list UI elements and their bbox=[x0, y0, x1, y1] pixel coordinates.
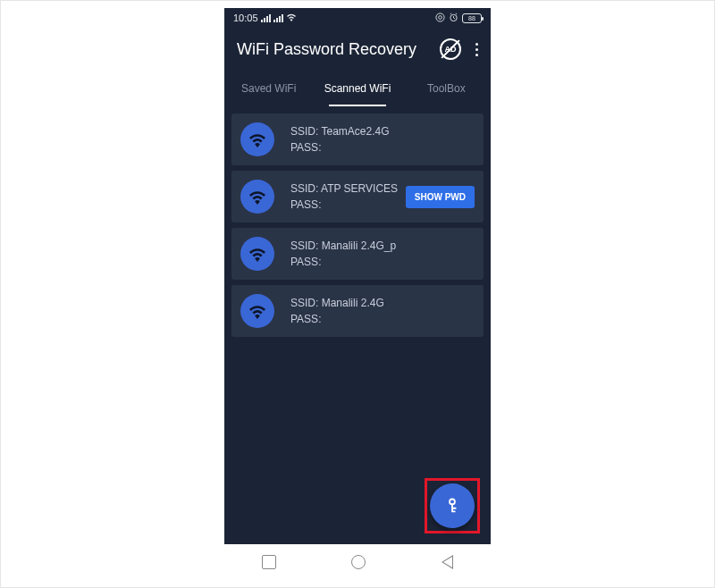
network-info: SSID: ATP SERVICESPASS: bbox=[290, 181, 406, 213]
tab-label: Saved WiFi bbox=[241, 82, 296, 95]
nav-back-button[interactable] bbox=[442, 555, 453, 569]
tab-toolbox[interactable]: ToolBox bbox=[402, 71, 491, 106]
dnd-icon bbox=[435, 13, 445, 24]
ssid-value: ATP SERVICES bbox=[321, 182, 398, 195]
key-fab-button[interactable] bbox=[430, 483, 475, 528]
battery-icon: 88 bbox=[462, 13, 482, 23]
status-bar: 10:05 88 bbox=[224, 8, 491, 28]
ssid-label: SSID: bbox=[290, 239, 322, 252]
key-icon bbox=[442, 496, 462, 516]
app-header: WiFi Password Recovery AD bbox=[224, 28, 491, 71]
network-card[interactable]: SSID: Manalili 2.4G_pPASS: bbox=[231, 228, 484, 280]
network-info: SSID: TeamAce2.4GPASS: bbox=[290, 123, 475, 155]
status-time: 10:05 bbox=[233, 13, 258, 23]
signal-icon-1 bbox=[261, 14, 271, 22]
battery-level: 88 bbox=[468, 15, 475, 21]
wifi-circle-icon bbox=[240, 122, 274, 156]
network-info: SSID: Manalili 2.4GPASS: bbox=[290, 295, 475, 327]
status-right: 88 bbox=[435, 13, 482, 24]
ad-label: AD bbox=[445, 45, 457, 54]
show-password-button[interactable]: SHOW PWD bbox=[406, 186, 475, 208]
network-card[interactable]: SSID: ATP SERVICESPASS:SHOW PWD bbox=[231, 171, 484, 223]
svg-point-0 bbox=[436, 13, 444, 21]
nav-home-button[interactable] bbox=[351, 555, 366, 569]
phone-frame: 10:05 88 WiFi Password Recovery AD Saved… bbox=[224, 8, 491, 580]
tab-scanned-wifi[interactable]: Scanned WiFi bbox=[313, 71, 401, 106]
tab-label: ToolBox bbox=[427, 82, 466, 95]
wifi-circle-icon bbox=[240, 237, 274, 271]
ssid-label: SSID: bbox=[290, 125, 321, 138]
network-card[interactable]: SSID: Manalili 2.4GPASS: bbox=[231, 285, 484, 337]
pass-label: PASS: bbox=[290, 198, 321, 211]
alarm-icon bbox=[449, 13, 458, 24]
fab-highlight bbox=[425, 478, 480, 533]
overflow-menu-icon[interactable] bbox=[474, 39, 480, 60]
tab-bar: Saved WiFi Scanned WiFi ToolBox bbox=[224, 71, 491, 106]
pass-label: PASS: bbox=[290, 141, 321, 154]
wifi-icon bbox=[248, 303, 267, 319]
system-nav-bar bbox=[224, 544, 491, 580]
svg-point-1 bbox=[439, 15, 442, 19]
wifi-icon bbox=[248, 131, 267, 147]
no-ads-icon[interactable]: AD bbox=[440, 38, 461, 60]
ssid-label: SSID: bbox=[290, 297, 322, 309]
signal-icon-2 bbox=[273, 14, 283, 22]
ssid-label: SSID: bbox=[290, 182, 321, 195]
wifi-icon bbox=[248, 189, 267, 205]
tab-saved-wifi[interactable]: Saved WiFi bbox=[224, 71, 313, 106]
ssid-value: Manalili 2.4G_p bbox=[322, 239, 396, 252]
wifi-circle-icon bbox=[240, 180, 274, 214]
network-card[interactable]: SSID: TeamAce2.4GPASS: bbox=[231, 113, 484, 165]
header-title: WiFi Password Recovery bbox=[237, 40, 440, 59]
pass-label: PASS: bbox=[290, 256, 321, 268]
wifi-icon bbox=[248, 246, 267, 262]
network-info: SSID: Manalili 2.4G_pPASS: bbox=[290, 238, 475, 270]
ssid-value: Manalili 2.4G bbox=[322, 297, 384, 309]
status-left: 10:05 bbox=[233, 13, 297, 23]
pass-label: PASS: bbox=[290, 313, 321, 325]
wifi-circle-icon bbox=[240, 294, 274, 328]
ssid-value: TeamAce2.4G bbox=[321, 125, 389, 138]
nav-recent-button[interactable] bbox=[262, 555, 276, 569]
tab-label: Scanned WiFi bbox=[324, 82, 391, 95]
wifi-status-icon bbox=[286, 13, 297, 23]
